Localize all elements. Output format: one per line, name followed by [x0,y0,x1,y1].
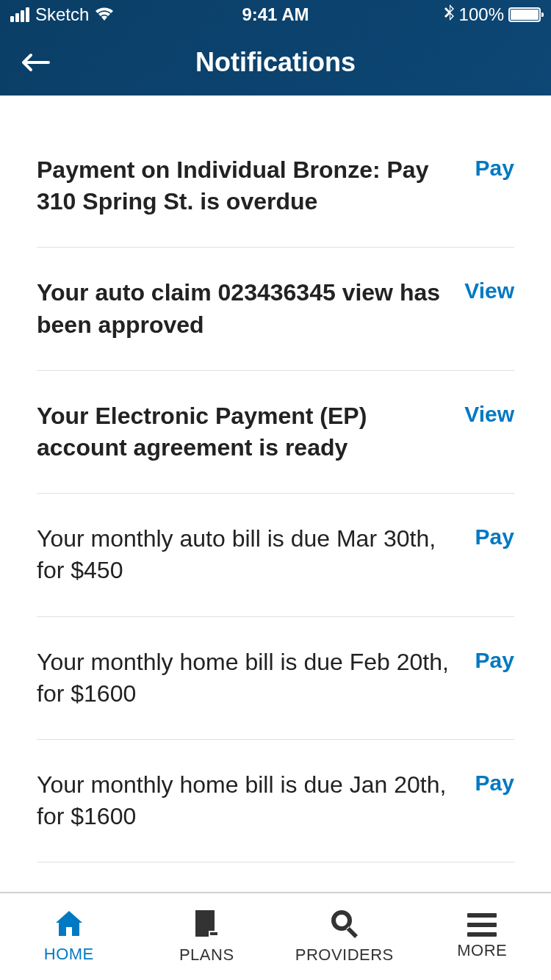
list-item: Your Electronic Payment (EP) account agr… [37,371,514,494]
tab-label: PROVIDERS [295,945,394,965]
tab-label: PLANS [179,945,234,965]
tab-label: HOME [44,945,94,964]
arrow-left-icon [21,52,50,73]
bluetooth-icon [444,4,455,25]
status-bar: Sketch 9:41 AM 100% [0,0,551,29]
nav-bar: Notifications [0,29,551,96]
view-button[interactable]: View [464,277,514,303]
notifications-list: Payment on Individual Bronze: Pay 310 Sp… [0,96,551,862]
page-title: Notifications [195,47,356,78]
carrier-label: Sketch [35,4,89,25]
search-icon [330,909,359,941]
list-item: Your monthly auto bill is due Mar 30th, … [37,494,514,616]
wifi-icon [95,7,114,22]
notification-text: Your monthly auto bill is due Mar 30th, … [37,523,453,586]
tab-providers[interactable]: PROVIDERS [276,893,414,980]
notification-text: Your auto claim 023436345 view has been … [37,277,442,340]
list-item: Payment on Individual Bronze: Pay 310 Sp… [37,132,514,248]
view-button[interactable]: View [464,400,514,427]
pay-button[interactable]: Pay [475,769,514,796]
pay-button[interactable]: Pay [475,523,514,550]
tab-home[interactable]: HOME [0,893,138,980]
home-icon [54,909,84,940]
list-item: Your monthly home bill is due Jan 20th, … [37,740,514,862]
notification-text: Your monthly home bill is due Feb 20th, … [37,646,453,710]
document-icon [192,909,220,941]
tab-more[interactable]: MORE [414,893,552,980]
battery-percent: 100% [459,4,504,25]
status-right: 100% [444,4,541,25]
notification-text: Payment on Individual Bronze: Pay 310 Sp… [37,154,453,217]
battery-icon [508,7,541,22]
status-left: Sketch [10,4,114,25]
notification-text: Your monthly home bill is due Jan 20th, … [37,769,453,832]
status-time: 9:41 AM [242,4,309,25]
notification-text: Your Electronic Payment (EP) account agr… [37,400,442,464]
tab-plans[interactable]: PLANS [138,893,276,980]
pay-button[interactable]: Pay [475,154,514,181]
signal-icon [10,7,29,22]
app-header: Sketch 9:41 AM 100% Notifications [0,0,551,96]
menu-icon [467,913,497,937]
list-item: Your monthly home bill is due Feb 20th, … [37,617,514,740]
back-button[interactable] [21,48,50,77]
list-item: Your auto claim 023436345 view has been … [37,248,514,370]
tab-bar: HOME PLANS PROVIDERS MORE [0,892,551,980]
tab-label: MORE [457,941,507,960]
pay-button[interactable]: Pay [475,646,514,673]
